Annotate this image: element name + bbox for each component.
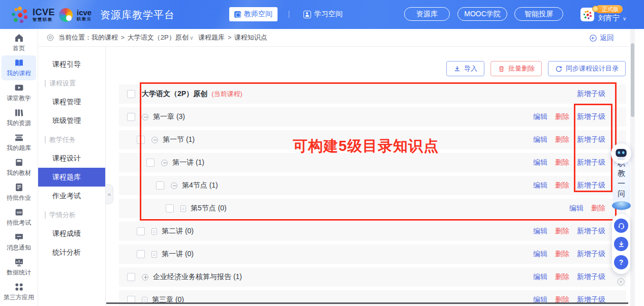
add-link[interactable]: 新增子级: [577, 227, 605, 236]
teacher-space-button[interactable]: 教师空间: [229, 7, 278, 21]
collapse-icon[interactable]: [171, 182, 177, 189]
sidebar-item-label: 第三方应用: [4, 293, 34, 302]
add-link[interactable]: 新增子级: [577, 272, 605, 282]
sidebar-item-exam[interactable]: 100待批考试: [2, 205, 36, 230]
row-checkbox[interactable]: [127, 90, 135, 98]
sidebar-item-statistics[interactable]: 数据统计: [2, 255, 36, 280]
row-checkbox[interactable]: [137, 227, 145, 235]
edit-link[interactable]: 编辑: [533, 181, 547, 190]
classroom-icon: [14, 83, 24, 93]
assistant-banner-char: 教: [618, 169, 625, 178]
row-checkbox[interactable]: [127, 273, 135, 281]
edit-link[interactable]: 编辑: [533, 227, 547, 236]
breadcrumb-link[interactable]: 课程题库: [195, 34, 225, 41]
breadcrumb-link[interactable]: 我的课程: [91, 34, 118, 41]
user-menu[interactable]: 刘宵宁 ∨: [598, 14, 626, 23]
menu-item[interactable]: 课程设计: [38, 149, 105, 168]
edit-link[interactable]: 编辑: [533, 112, 547, 121]
sidebar-item-message[interactable]: 消息通知: [2, 230, 36, 255]
current-course-tag: (当前课程): [211, 89, 242, 99]
vertical-scrollbar-thumb[interactable]: [631, 43, 634, 117]
question-button[interactable]: ?: [614, 255, 628, 269]
add-link[interactable]: 新增子级: [577, 112, 605, 121]
menu-item[interactable]: 课程管理: [38, 93, 105, 111]
delete-link[interactable]: 删除: [591, 204, 605, 213]
menu-item[interactable]: 作业考试: [38, 187, 105, 205]
assistant-dock: ?: [612, 214, 630, 274]
node-title: 第4节点 (1): [182, 181, 218, 190]
import-icon: [453, 65, 461, 73]
edit-link[interactable]: 编辑: [569, 204, 584, 213]
sidebar-item-textbook[interactable]: 我的教材: [2, 155, 36, 180]
add-link[interactable]: 新增子级: [577, 158, 605, 167]
delete-link[interactable]: 删除: [555, 227, 569, 236]
add-link[interactable]: 新增子级: [577, 135, 605, 144]
student-space-button[interactable]: 学习空间: [300, 9, 346, 19]
delete-link[interactable]: 删除: [555, 250, 569, 259]
delete-link[interactable]: 删除: [555, 272, 569, 282]
tree-row: 第二讲 (0)编辑删除新增子级: [119, 222, 626, 241]
header-link-3[interactable]: 智能投屏: [514, 7, 563, 21]
collapse-icon[interactable]: [161, 160, 168, 166]
brand2-subtitle: 职教云: [77, 17, 92, 21]
row-checkbox[interactable]: [166, 204, 174, 212]
robot-assistant-icon[interactable]: [611, 143, 631, 164]
row-checkbox[interactable]: [137, 136, 145, 144]
avatar-logo-icon: [583, 10, 592, 19]
back-arrow-icon: [589, 34, 597, 42]
sidebar-item-course[interactable]: 我的课程: [2, 55, 36, 80]
delete-link[interactable]: 删除: [555, 181, 569, 190]
header-link-2[interactable]: MOOC学院: [457, 7, 507, 21]
breadcrumb-link[interactable]: 大学语文（2P）原创: [128, 34, 189, 41]
sync-design-outline-button[interactable]: 同步课程设计目录: [548, 61, 626, 76]
menu-item[interactable]: 课程成绩: [38, 224, 105, 243]
sidebar-item-apps[interactable]: 第三方应用: [2, 280, 36, 304]
back-button[interactable]: 返回: [589, 29, 614, 47]
sidebar-item-question-bank[interactable]: 我的题库: [2, 130, 36, 155]
row-checkbox[interactable]: [127, 113, 135, 121]
menu-item[interactable]: 课程引导: [38, 55, 105, 74]
add-link[interactable]: 新增子级: [577, 89, 605, 99]
row-actions: 编辑删除新增子级: [533, 135, 605, 144]
space-nav: 教师空间 学习空间: [229, 7, 346, 21]
sidebar-item-classroom[interactable]: 课堂教学: [2, 80, 36, 105]
delete-link[interactable]: 删除: [555, 112, 569, 121]
menu-item[interactable]: 课程题库: [38, 168, 105, 187]
edit-link[interactable]: 编辑: [533, 250, 547, 259]
row-checkbox[interactable]: [137, 250, 145, 258]
icve-cloud-brand: icve 职教云: [77, 9, 92, 21]
row-checkbox[interactable]: [146, 159, 155, 167]
headset-button[interactable]: [614, 219, 628, 233]
batch-delete-button[interactable]: 批量删除: [490, 61, 542, 76]
collapse-icon[interactable]: [142, 114, 148, 120]
chevron-down-icon: ∨: [190, 35, 194, 41]
sidebar-item-label: 待批作业: [7, 194, 31, 202]
edit-link[interactable]: 编辑: [533, 135, 547, 144]
collapse-icon[interactable]: [151, 137, 158, 143]
document-icon: [151, 251, 157, 258]
tree-row: 大学语文（2P）原创(当前课程)新增子级: [119, 84, 626, 104]
menu-item[interactable]: 统计分析: [38, 243, 105, 262]
add-link[interactable]: 新增子级: [577, 181, 605, 190]
sidebar-item-resource[interactable]: 我的资源: [2, 105, 36, 130]
edit-link[interactable]: 编辑: [533, 272, 547, 282]
tree-row: 第4节点 (1)编辑删除新增子级: [119, 176, 626, 195]
delete-link[interactable]: 删除: [555, 158, 569, 167]
row-actions: 新增子级: [577, 89, 605, 99]
sidebar-item-home[interactable]: 首页: [2, 30, 36, 55]
sidebar-collapse-handle[interactable]: «: [106, 184, 113, 204]
row-checkbox[interactable]: [156, 181, 164, 190]
edit-link[interactable]: 编辑: [533, 158, 547, 167]
expand-icon[interactable]: [142, 274, 148, 281]
delete-link[interactable]: 删除: [555, 135, 569, 144]
horizontal-scrollbar-thumb[interactable]: [106, 302, 628, 304]
teacher-space-icon: [234, 11, 241, 18]
import-button[interactable]: 导入: [446, 61, 484, 76]
header-link-1[interactable]: 资源库: [404, 7, 450, 21]
close-icon[interactable]: [617, 278, 625, 286]
menu-item[interactable]: 班级管理: [38, 111, 105, 130]
add-link[interactable]: 新增子级: [577, 250, 605, 259]
chevron-down-icon: ∨: [623, 16, 626, 21]
download-button[interactable]: [614, 237, 628, 251]
sidebar-item-homework[interactable]: 待批作业: [2, 180, 36, 205]
